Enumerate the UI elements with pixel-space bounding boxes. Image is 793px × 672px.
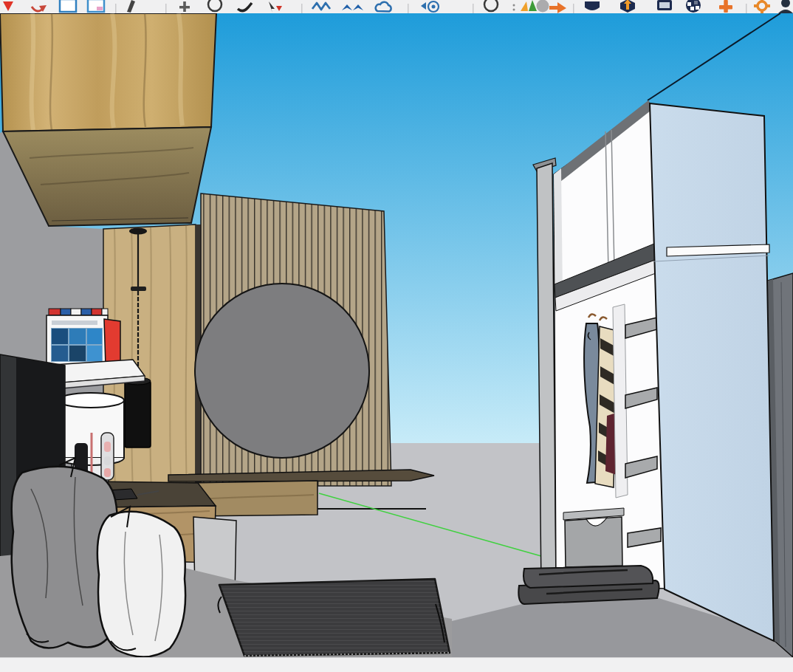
export-arrow-icon[interactable] xyxy=(549,2,566,13)
toolbar-separator xyxy=(115,4,117,13)
red-book xyxy=(104,319,120,366)
gear-icon[interactable] xyxy=(754,0,770,13)
app-window xyxy=(0,0,793,672)
shield-icon[interactable] xyxy=(585,1,600,10)
toolbar-handle-dots xyxy=(513,4,515,11)
zoom-tool-icon[interactable] xyxy=(238,3,252,11)
cloud-tool-icon[interactable] xyxy=(376,2,391,12)
striped-book-edge xyxy=(49,309,108,315)
status-bar xyxy=(0,657,793,672)
toolbar-separator xyxy=(301,4,303,13)
warehouse-logo-icon[interactable] xyxy=(521,0,537,11)
add-plus-icon[interactable] xyxy=(719,0,732,13)
toolbar-separator xyxy=(473,4,474,13)
refresh-icon[interactable] xyxy=(484,0,498,11)
rectangle-tool-icon[interactable] xyxy=(60,0,76,12)
laptop-icon[interactable] xyxy=(657,0,672,10)
globe-icon[interactable] xyxy=(686,0,701,13)
gray-sphere-icon[interactable] xyxy=(537,0,549,13)
sandbox-tool-icon[interactable] xyxy=(312,3,330,10)
scale-tool-icon[interactable] xyxy=(88,0,104,12)
select-cursor-icon[interactable] xyxy=(269,1,282,13)
undo-icon[interactable] xyxy=(32,5,47,12)
3d-viewport[interactable] xyxy=(0,13,793,657)
round-mirror[interactable] xyxy=(195,284,369,458)
select-arrow-icon[interactable] xyxy=(3,1,13,11)
blue-book xyxy=(47,315,108,367)
toolbar-separator xyxy=(165,4,167,13)
rug-blanket[interactable] xyxy=(218,579,450,656)
toolbar-separator xyxy=(746,4,747,13)
upload-box-icon[interactable] xyxy=(620,0,635,13)
folded-towels[interactable] xyxy=(518,566,659,604)
pencil-tool-icon[interactable] xyxy=(127,0,135,13)
profile-icon[interactable] xyxy=(778,0,793,13)
settings-gear-icon[interactable] xyxy=(421,1,439,12)
flags-tool-icon[interactable] xyxy=(342,4,363,10)
main-toolbar xyxy=(0,0,793,13)
orbit-tool-icon[interactable] xyxy=(208,0,222,11)
wardrobe-door[interactable] xyxy=(650,103,774,641)
pillow-white[interactable] xyxy=(97,507,185,657)
move-tool-icon[interactable] xyxy=(179,1,190,12)
wardrobe-drawer[interactable] xyxy=(565,517,622,567)
toolbar-separator xyxy=(573,4,574,13)
toolbar-separator xyxy=(408,4,409,13)
remote-device xyxy=(101,433,114,480)
